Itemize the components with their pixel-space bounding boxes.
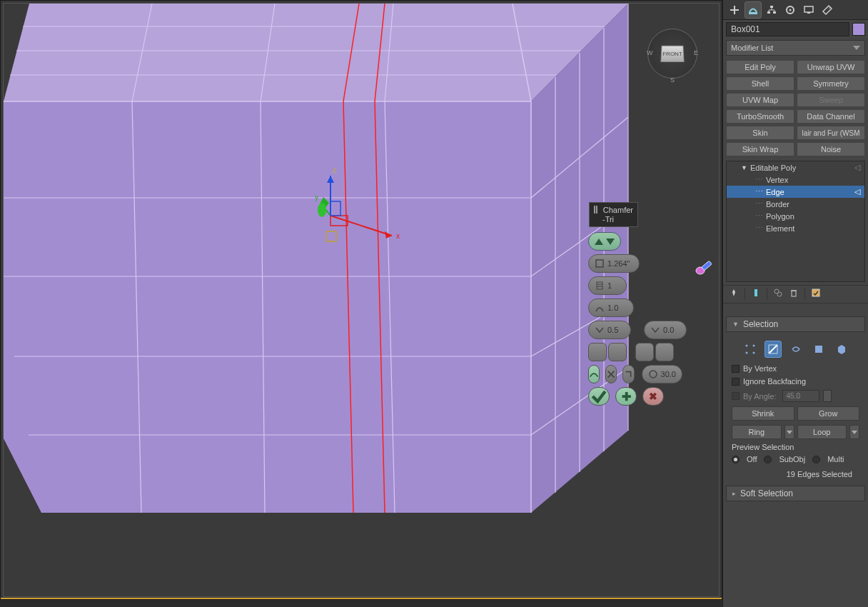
x-icon: ✖ [649,391,657,402]
caddy-flip-button[interactable] [622,365,634,383]
stack-toolbar [723,285,868,304]
preview-off-radio[interactable] [732,456,740,463]
configure-modifier-sets-icon[interactable] [811,288,821,301]
collapse-icon[interactable]: ▼ [741,164,747,171]
preview-multi-radio[interactable] [812,456,820,463]
soft-selection-rollout-header[interactable]: ▸ Soft Selection [726,486,865,501]
miter-icon [648,369,658,379]
modifier-btn-noise[interactable]: Noise [797,142,865,156]
subobj-vertex[interactable] [742,341,759,358]
modifier-btn-hair-fur[interactable]: lair and Fur (WSM [797,126,865,140]
make-unique-icon[interactable] [773,288,783,301]
modifier-btn-uvw-map[interactable]: UVW Map [726,93,794,107]
modifier-btn-unwrap-uvw[interactable]: Unwrap UVW [797,60,865,74]
modifier-btn-data-channel[interactable]: Data Channel [797,109,865,124]
caddy-smooth-button[interactable] [588,365,600,383]
subobj-polygon[interactable] [810,341,827,358]
modifier-btn-sweep[interactable]: Sweep [797,93,865,107]
loop-flyout[interactable] [849,425,859,439]
stack-root[interactable]: ▼ Editable Poly ◁ [727,161,864,174]
ignore-backfacing-checkbox[interactable] [732,378,740,386]
preview-subobj-radio[interactable] [764,456,772,463]
caddy-depth2-spinner[interactable]: 0.0 [644,321,687,339]
svg-rect-71 [812,289,819,296]
stack-polygon[interactable]: ⋯Polygon [727,210,864,222]
by-angle-checkbox [732,392,740,400]
object-color-swatch[interactable] [852,23,865,36]
create-tab[interactable] [726,1,743,19]
by-vertex-checkbox[interactable] [732,365,740,373]
svg-rect-45 [597,282,602,289]
selection-status: 19 Edges Selected [732,466,859,478]
curve-icon [589,369,599,379]
caddy-option-b[interactable] [635,343,674,361]
flip-icon [623,369,633,379]
caddy-type-toggle[interactable] [588,232,621,251]
modifier-btn-edit-poly[interactable]: Edit Poly [726,60,794,74]
caddy-tooltip: Chamfer -Tri [589,202,638,227]
command-panel-tabs [723,0,868,20]
loop-button[interactable]: Loop [797,425,847,439]
subobj-edge[interactable] [764,341,782,358]
svg-rect-63 [804,6,813,12]
subobj-element[interactable] [833,341,850,358]
caddy-cancel-button[interactable]: ✖ [642,387,664,406]
viewcube-face[interactable]: FRONT [660,46,684,62]
caddy-miter-spinner[interactable]: 30.0 [642,365,682,383]
modifier-btn-turbosmooth[interactable]: TurboSmooth [726,109,794,124]
svg-rect-76 [815,346,822,353]
modifier-btn-symmetry[interactable]: Symmetry [797,76,865,91]
modifier-btn-shell[interactable]: Shell [726,76,794,91]
caddy-apply-button[interactable]: ✚ [615,387,637,406]
shrink-button[interactable]: Shrink [732,406,794,421]
remove-modifier-icon[interactable] [789,288,799,301]
selection-rollout-header[interactable]: ▼ Selection [726,316,865,332]
caddy-ok-button[interactable] [588,387,610,406]
svg-rect-69 [792,291,796,296]
viewport[interactable]: x z y FRONT W E S Chamfe [0,0,722,600]
svg-rect-55 [767,11,770,14]
stack-vertex-flag-icon: ◁ [854,163,860,172]
modify-tab[interactable] [745,1,762,19]
viewcube[interactable]: FRONT W E S [647,29,697,79]
modifier-stack[interactable]: ▼ Editable Poly ◁ ⋯Vertex ⋯Edge◁ ⋯Border… [726,161,865,282]
svg-point-72 [745,345,747,347]
svg-text:y: y [315,194,318,201]
svg-text:z: z [333,166,336,174]
caddy-invert-button[interactable] [605,365,617,383]
stack-border[interactable]: ⋯Border [727,198,864,210]
modifier-btn-skin[interactable]: Skin [726,126,794,140]
modifier-list-dropdown[interactable]: Modifier List [726,40,865,56]
link-constraint-icon[interactable] [695,258,713,276]
object-name-input[interactable] [726,22,849,36]
chamfer-caddy: 1.264" 1 1.0 0.5 [588,232,681,409]
svg-point-74 [745,352,747,354]
motion-tab[interactable] [782,1,799,19]
caddy-amount-spinner[interactable]: 1.264" [588,254,640,273]
svg-point-73 [752,345,755,347]
depth-icon [595,325,605,335]
caddy-segments-spinner[interactable]: 1 [588,276,627,295]
stack-vertex[interactable]: ⋯Vertex [727,174,864,186]
pin-stack-icon[interactable] [729,288,739,301]
soft-selection-rollout: ▸ Soft Selection [723,486,868,501]
grow-button[interactable]: Grow [797,406,860,421]
ring-button[interactable]: Ring [732,425,782,439]
plus-icon: ✚ [622,390,631,403]
utilities-tab[interactable] [819,1,836,19]
chevron-down-icon [853,46,860,50]
ring-flyout[interactable] [784,425,794,439]
caddy-tension-spinner[interactable]: 1.0 [588,299,634,317]
caddy-depth-spinner[interactable]: 0.5 [588,321,631,339]
stack-element[interactable]: ⋯Element [727,222,864,234]
svg-rect-50 [702,261,712,271]
display-tab[interactable] [800,1,817,19]
hierarchy-tab[interactable] [763,1,780,19]
caddy-option-a[interactable] [588,343,627,361]
command-panel: Modifier List Edit Poly Unwrap UVW Shell… [722,0,868,607]
stack-edge[interactable]: ⋯Edge◁ [727,186,864,198]
svg-line-65 [829,7,830,9]
show-end-result-icon[interactable] [751,288,761,301]
subobj-border[interactable] [787,341,804,358]
modifier-btn-skin-wrap[interactable]: Skin Wrap [726,142,794,156]
